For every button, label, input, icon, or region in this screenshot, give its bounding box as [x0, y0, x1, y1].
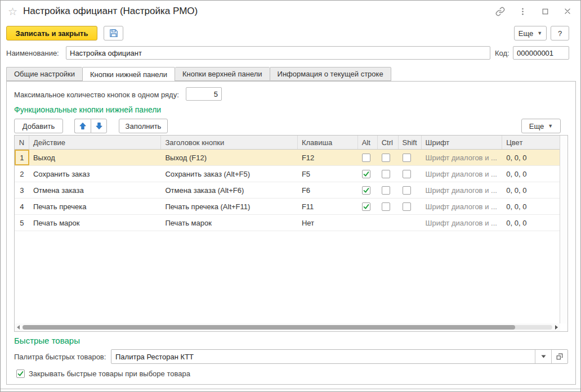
more-button[interactable]: Еще▼ [514, 26, 547, 40]
link-icon[interactable] [495, 6, 505, 16]
column-header-key[interactable]: Клавиша [298, 136, 358, 149]
save-button[interactable] [104, 26, 123, 40]
shift-checkbox[interactable] [403, 170, 411, 178]
cell-action[interactable]: Отмена заказа [29, 182, 161, 198]
shift-checkbox[interactable] [403, 186, 411, 195]
table-row[interactable]: 5Печать марокПечать марокНетШрифт диалог… [15, 215, 560, 231]
cell-n[interactable]: 3 [15, 182, 29, 198]
tab-general-settings[interactable]: Общие настройки [6, 67, 82, 81]
cell-font[interactable]: Шрифт диалогов и ... [422, 150, 503, 165]
alt-checkbox[interactable] [362, 154, 370, 162]
scrollbar-thumb[interactable] [23, 325, 515, 330]
column-header-caption[interactable]: Заголовок кнопки [161, 136, 297, 149]
cell-color[interactable]: 0, 0, 0 [502, 199, 560, 214]
column-header-alt[interactable]: Alt [358, 136, 378, 149]
cell-ctrl[interactable] [378, 166, 399, 182]
cell-caption[interactable]: Отмена заказа (Alt+F6) [161, 182, 297, 198]
cell-shift[interactable] [399, 199, 422, 214]
cell-action[interactable]: Печать пречека [29, 199, 161, 214]
tab-current-row-info[interactable]: Информация о текущей строке [270, 67, 391, 81]
cell-ctrl[interactable] [378, 215, 399, 231]
add-button[interactable]: Добавить [14, 119, 63, 133]
cell-alt[interactable] [358, 150, 378, 165]
cell-action[interactable]: Выход [29, 150, 161, 165]
cell-key[interactable]: F12 [298, 150, 358, 165]
cell-shift[interactable] [399, 166, 422, 182]
cell-caption[interactable]: Выход (F12) [161, 150, 297, 165]
table-row[interactable]: 2Сохранить заказСохранить заказ (Alt+F5)… [15, 166, 560, 182]
maximize-icon[interactable] [540, 6, 550, 16]
palette-combo-field[interactable]: Палитра Ресторан КТТ [111, 349, 568, 364]
code-input[interactable] [513, 46, 569, 60]
table-more-button[interactable]: Еще▼ [521, 119, 561, 133]
cell-n[interactable]: 5 [15, 215, 29, 231]
cell-alt[interactable] [358, 199, 378, 214]
cell-caption[interactable]: Печать марок [161, 215, 297, 231]
name-input[interactable] [66, 46, 490, 60]
close-quick-goods-checkbox[interactable] [16, 370, 25, 378]
alt-checkbox[interactable] [362, 186, 370, 195]
cell-font[interactable]: Шрифт диалогов и ... [422, 199, 503, 214]
cell-key[interactable]: F5 [298, 166, 358, 182]
ctrl-checkbox[interactable] [382, 186, 390, 195]
vertical-scrollbar[interactable] [560, 136, 567, 323]
cell-font[interactable]: Шрифт диалогов и ... [422, 215, 503, 231]
scroll-right-icon[interactable] [552, 325, 560, 330]
cell-color[interactable]: 0, 0, 0 [502, 182, 560, 198]
cell-color[interactable]: 0, 0, 0 [502, 150, 560, 165]
horizontal-scrollbar[interactable] [15, 323, 560, 331]
column-header-font[interactable]: Шрифт [422, 136, 503, 149]
column-header-action[interactable]: Действие [29, 136, 161, 149]
cell-caption[interactable]: Сохранить заказ (Alt+F5) [161, 166, 297, 182]
move-up-button[interactable] [74, 119, 91, 133]
close-icon[interactable] [562, 6, 573, 16]
scroll-left-icon[interactable] [15, 325, 23, 330]
column-header-n[interactable]: N [15, 136, 29, 149]
table-row[interactable]: 4Печать пречекаПечать пречека (Alt+F11)F… [15, 199, 560, 215]
shift-checkbox[interactable] [403, 202, 411, 211]
column-header-color[interactable]: Цвет [502, 136, 560, 149]
cell-action[interactable]: Сохранить заказ [29, 166, 161, 182]
move-down-button[interactable] [91, 119, 107, 133]
cell-n[interactable]: 4 [15, 199, 29, 214]
fill-button[interactable]: Заполнить [119, 119, 168, 133]
cell-action[interactable]: Печать марок [29, 215, 161, 231]
tab-top-panel-buttons[interactable]: Кнопки верхней панели [175, 67, 270, 81]
cell-shift[interactable] [399, 150, 422, 165]
column-header-shift[interactable]: Shift [399, 136, 422, 149]
tab-bottom-panel-buttons[interactable]: Кнопки нижней панели [82, 67, 175, 82]
cell-n[interactable]: 2 [15, 166, 29, 182]
cell-color[interactable]: 0, 0, 0 [502, 166, 560, 182]
favorite-star-icon[interactable]: ☆ [8, 5, 17, 18]
shift-checkbox[interactable] [403, 154, 411, 162]
max-buttons-input[interactable] [186, 87, 222, 101]
palette-open-button[interactable] [551, 350, 567, 363]
cell-color[interactable]: 0, 0, 0 [502, 215, 560, 231]
table-row[interactable]: 3Отмена заказаОтмена заказа (Alt+F6)F6Шр… [15, 182, 560, 199]
cell-shift[interactable] [399, 215, 422, 231]
column-header-ctrl[interactable]: Ctrl [378, 136, 399, 149]
ctrl-checkbox[interactable] [382, 154, 390, 162]
cell-key[interactable]: F6 [298, 182, 358, 198]
cell-alt[interactable] [358, 182, 378, 198]
cell-shift[interactable] [399, 182, 422, 198]
help-button[interactable]: ? [551, 26, 569, 40]
cell-font[interactable]: Шрифт диалогов и ... [422, 166, 503, 182]
cell-ctrl[interactable] [378, 199, 399, 214]
close-quick-goods-option[interactable]: Закрывать быстрые товары при выборе това… [16, 370, 190, 378]
cell-caption[interactable]: Печать пречека (Alt+F11) [161, 199, 297, 214]
cell-font[interactable]: Шрифт диалогов и ... [422, 182, 503, 198]
cell-alt[interactable] [358, 215, 378, 231]
cell-ctrl[interactable] [378, 150, 399, 165]
ctrl-checkbox[interactable] [382, 170, 390, 178]
table-row[interactable]: 1ВыходВыход (F12)F12Шрифт диалогов и ...… [15, 150, 560, 166]
alt-checkbox[interactable] [362, 202, 370, 211]
alt-checkbox[interactable] [362, 170, 370, 178]
save-and-close-button[interactable]: Записать и закрыть [6, 26, 97, 40]
palette-dropdown-button[interactable] [535, 350, 551, 363]
cell-n[interactable]: 1 [15, 150, 29, 165]
menu-kebab-icon[interactable] [517, 6, 528, 16]
cell-alt[interactable] [358, 166, 378, 182]
cell-ctrl[interactable] [378, 182, 399, 198]
cell-key[interactable]: F11 [298, 199, 358, 214]
